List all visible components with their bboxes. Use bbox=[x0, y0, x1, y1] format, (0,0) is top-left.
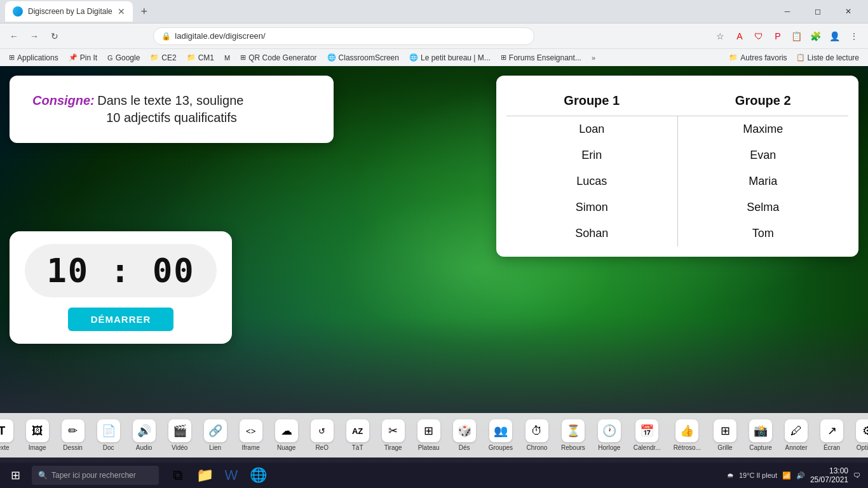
tool-plateau-label: Plateau bbox=[418, 444, 440, 451]
tool-nuage[interactable]: ☁ Nuage bbox=[270, 417, 303, 454]
bookmark-bureau-label: Le petit bureau | M... bbox=[421, 53, 491, 62]
tool-grille-label: Grille bbox=[717, 444, 732, 451]
tool-image[interactable]: 🖼 Image bbox=[21, 417, 54, 454]
tool-horloge[interactable]: 🕐 Horloge bbox=[593, 417, 626, 454]
tool-calendr[interactable]: 📅 Calendr... bbox=[628, 417, 666, 454]
bookmark-google[interactable]: G Google bbox=[104, 51, 144, 65]
browser-toolbar-icons: ☆ A 🛡 P 📋 🧩 👤 ⋮ bbox=[712, 27, 863, 45]
bookmark-classroom[interactable]: 🌐 ClassroomScreen bbox=[323, 51, 403, 65]
forward-button[interactable]: → bbox=[25, 27, 43, 45]
adblock-icon[interactable]: 🛡 bbox=[750, 27, 768, 45]
plateau-icon: ⊞ bbox=[417, 419, 440, 442]
bookmarks-bar: ⊞ Applications 📌 Pin It G Google 📁 CE2 📁… bbox=[0, 48, 868, 66]
des-icon: 🎲 bbox=[453, 419, 476, 442]
tool-chrono[interactable]: ⏱ Chrono bbox=[520, 417, 553, 454]
clock: 13:00 25/07/2021 bbox=[810, 466, 848, 484]
bookmark-pinit-label: Pin It bbox=[80, 53, 97, 62]
star-icon[interactable]: ☆ bbox=[712, 27, 729, 45]
tool-options[interactable]: ⚙ Options bbox=[851, 417, 868, 454]
bookmark-autres[interactable]: 📁 Autres favoris bbox=[725, 51, 790, 65]
tool-retrosc[interactable]: 👍 Rétroso... bbox=[668, 417, 706, 454]
maximize-button[interactable]: ◻ bbox=[803, 0, 832, 23]
group1-member-4: Simon bbox=[506, 194, 677, 220]
pinterest-icon[interactable]: P bbox=[769, 27, 787, 45]
tool-audio[interactable]: 🔊 Audio bbox=[128, 417, 161, 454]
tool-reo[interactable]: ↺ ReO bbox=[306, 417, 339, 454]
minimize-button[interactable]: ─ bbox=[773, 0, 802, 23]
explorer-button[interactable]: 📁 bbox=[192, 463, 217, 488]
windows-start-button[interactable]: ⊞ bbox=[3, 463, 28, 488]
tool-tirage[interactable]: ✂ Tirage bbox=[377, 417, 410, 454]
reload-button[interactable]: ↻ bbox=[46, 27, 64, 45]
group2-member-5: Tom bbox=[678, 220, 849, 247]
dessin-icon: ✏ bbox=[62, 419, 85, 442]
tool-texte[interactable]: T Texte bbox=[0, 417, 18, 454]
taskbar-search[interactable]: 🔍 Taper ici pour rechercher bbox=[32, 466, 159, 485]
classroom-icon: 🌐 bbox=[327, 53, 336, 62]
tool-annoter[interactable]: 🖊 Annoter bbox=[780, 417, 813, 454]
tool-rebours[interactable]: ⏳ Rebours bbox=[556, 417, 590, 454]
tool-doc[interactable]: 📄 Doc bbox=[92, 417, 125, 454]
table-row: Loan Maxime bbox=[506, 116, 848, 143]
close-button[interactable]: ✕ bbox=[834, 0, 863, 23]
taskbar: ⊞ 🔍 Taper ici pour rechercher ⧉ 📁 W 🌐 🌧 … bbox=[0, 463, 868, 488]
tool-lien[interactable]: 🔗 Lien bbox=[199, 417, 232, 454]
bookmark-forums[interactable]: ⊞ Forums Enseignant... bbox=[497, 51, 585, 65]
bookmark-qr[interactable]: ⊞ QR Code Generator bbox=[236, 51, 320, 65]
new-tab-button[interactable]: + bbox=[135, 3, 153, 20]
tool-groupes[interactable]: 👥 Groupes bbox=[484, 417, 518, 454]
bookmark-applications[interactable]: ⊞ Applications bbox=[5, 51, 62, 65]
puzzle-icon[interactable]: 🧩 bbox=[807, 27, 825, 45]
tab-bar: Digiscreen by La Digitale ✕ + ─ ◻ ✕ bbox=[0, 0, 868, 23]
groupes-icon: 👥 bbox=[489, 419, 512, 442]
start-button[interactable]: DÉMARRER bbox=[68, 308, 174, 331]
gmail-icon: M bbox=[224, 54, 230, 62]
tool-dessin[interactable]: ✏ Dessin bbox=[57, 417, 90, 454]
tool-ecran[interactable]: ↗ Écran bbox=[815, 417, 848, 454]
tool-des[interactable]: 🎲 Dés bbox=[448, 417, 481, 454]
bookmark-forums-label: Forums Enseignant... bbox=[509, 53, 581, 62]
tool-texte-label: Texte bbox=[0, 444, 10, 451]
bookmark-cm1[interactable]: 📁 CM1 bbox=[183, 51, 218, 65]
tool-capture[interactable]: 📸 Capture bbox=[744, 417, 777, 454]
bookmark-ce2[interactable]: 📁 CE2 bbox=[146, 51, 180, 65]
menu-icon[interactable]: ⋮ bbox=[845, 27, 863, 45]
tool-des-label: Dés bbox=[459, 444, 470, 451]
back-button[interactable]: ← bbox=[5, 27, 23, 45]
tool-dessin-label: Dessin bbox=[63, 444, 83, 451]
group1-member-2: Erin bbox=[506, 142, 677, 168]
bookmark-pinit[interactable]: 📌 Pin It bbox=[65, 51, 101, 65]
tool-video[interactable]: 🎬 Vidéo bbox=[163, 417, 196, 454]
bookmark-autres-label: Autres favoris bbox=[740, 53, 787, 62]
url-bar[interactable]: 🔒 ladigitale.dev/digiscreen/ bbox=[153, 27, 534, 45]
tool-grille[interactable]: ⊞ Grille bbox=[709, 417, 742, 454]
tool-iframe[interactable]: <> Iframe bbox=[234, 417, 268, 454]
calendr-icon: 📅 bbox=[635, 419, 658, 442]
forums-icon: ⊞ bbox=[501, 53, 506, 62]
weather-icon: 🌧 bbox=[727, 471, 734, 479]
lecture-icon: 📋 bbox=[796, 53, 805, 62]
table-row: Simon Selma bbox=[506, 194, 848, 220]
bookmark-lecture[interactable]: 📋 Liste de lecture bbox=[792, 51, 863, 65]
profile-icon[interactable]: 👤 bbox=[826, 27, 844, 45]
chrono-icon: ⏱ bbox=[526, 419, 548, 442]
ext1-icon[interactable]: 📋 bbox=[788, 27, 806, 45]
tool-tbt[interactable]: AZ TàT bbox=[341, 417, 374, 454]
more-bookmarks-button[interactable]: » bbox=[589, 51, 598, 65]
group1-member-1: Loan bbox=[506, 116, 677, 143]
main-content: Consigne: Dans le texte 13, souligne 10 … bbox=[0, 66, 868, 424]
tab-close-icon[interactable]: ✕ bbox=[118, 6, 125, 17]
tool-reo-label: ReO bbox=[315, 444, 329, 451]
taskview-button[interactable]: ⧉ bbox=[165, 463, 191, 488]
word-button[interactable]: W bbox=[219, 463, 244, 488]
bookmark-gmail[interactable]: M bbox=[220, 51, 234, 65]
bookmark-bureau[interactable]: 🌐 Le petit bureau | M... bbox=[405, 51, 494, 65]
weather-text: 19°C Il pleut bbox=[739, 471, 777, 479]
tirage-icon: ✂ bbox=[382, 419, 405, 442]
texte-icon: T bbox=[0, 419, 13, 442]
pdf-icon[interactable]: A bbox=[731, 27, 749, 45]
browser-tab[interactable]: Digiscreen by La Digitale ✕ bbox=[5, 1, 133, 22]
tool-plateau[interactable]: ⊞ Plateau bbox=[412, 417, 445, 454]
taskbar-search-placeholder: Taper ici pour rechercher bbox=[51, 471, 136, 480]
chrome-button[interactable]: 🌐 bbox=[245, 463, 271, 488]
